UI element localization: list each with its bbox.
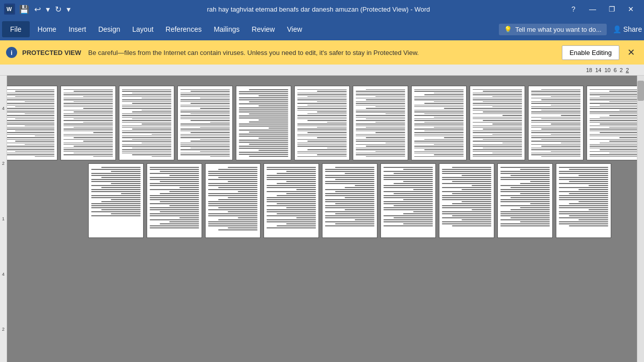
protected-view-message: Be careful—files from the Internet can c…	[88, 49, 557, 56]
page-19[interactable]	[497, 163, 553, 238]
share-button[interactable]: 👤 Share	[613, 25, 642, 33]
page-5[interactable]	[236, 86, 291, 160]
quick-access-toolbar: 💾 ↩ ▾ ↻ ▾	[17, 4, 73, 15]
undo-dropdown[interactable]: ▾	[44, 4, 52, 15]
restore-button[interactable]: ❐	[603, 0, 621, 18]
page-11[interactable]	[587, 86, 637, 160]
page-20[interactable]	[556, 163, 611, 238]
protected-view-bar: i PROTECTED VIEW Be careful—files from t…	[0, 40, 644, 65]
page-6[interactable]	[294, 86, 350, 160]
page-7[interactable]	[353, 86, 408, 160]
page-9[interactable]	[470, 86, 525, 160]
page-10[interactable]	[528, 86, 584, 160]
page-16[interactable]	[322, 163, 377, 238]
page-4[interactable]	[177, 86, 233, 160]
page-18[interactable]	[439, 163, 494, 238]
minimize-button[interactable]: —	[584, 0, 602, 18]
document-title: rah hay taghviat etemad benafs dar danes…	[73, 6, 564, 13]
left-ruler: 4 2 1 4 2	[0, 76, 7, 362]
close-protected-bar-button[interactable]: ✕	[624, 46, 638, 59]
ruler-bar: 18 14 10 6 2 2	[0, 65, 644, 76]
scrollbar-thumb[interactable]	[637, 81, 644, 101]
redo-button[interactable]: ↻	[53, 4, 63, 15]
menu-layout[interactable]: Layout	[126, 22, 160, 36]
protected-view-label: PROTECTED VIEW	[22, 49, 81, 56]
svg-text:W: W	[7, 6, 12, 12]
save-button[interactable]: 💾	[17, 4, 31, 15]
pages-row-2	[88, 163, 611, 238]
menu-bar: File Home Insert Design Layout Reference…	[0, 18, 644, 40]
pages-row-1	[7, 86, 637, 160]
main-area: 4 2 1 4 2	[0, 76, 644, 362]
menu-mailings[interactable]: Mailings	[208, 22, 245, 36]
page-1[interactable]	[7, 86, 57, 160]
search-placeholder: Tell me what you want to do...	[515, 26, 601, 33]
vertical-scrollbar[interactable]	[637, 76, 644, 362]
tell-me-search[interactable]: 💡 Tell me what you want to do...	[499, 24, 606, 35]
window-controls: ? — ❐ ✕	[564, 0, 640, 18]
share-icon: 👤	[613, 25, 621, 33]
menu-design[interactable]: Design	[92, 22, 126, 36]
page-13[interactable]	[147, 163, 202, 238]
menu-review[interactable]: Review	[246, 22, 281, 36]
title-bar: W 💾 ↩ ▾ ↻ ▾ rah hay taghviat etemad bena…	[0, 0, 644, 18]
page-3[interactable]	[119, 86, 174, 160]
menu-home[interactable]: Home	[32, 22, 62, 36]
page-8[interactable]	[411, 86, 467, 160]
customize-quick-access[interactable]: ▾	[65, 4, 73, 15]
enable-editing-button[interactable]: Enable Editing	[562, 45, 619, 60]
menu-insert[interactable]: Insert	[62, 22, 92, 36]
title-bar-left: W 💾 ↩ ▾ ↻ ▾	[4, 4, 73, 15]
close-button[interactable]: ✕	[622, 0, 640, 18]
ruler-numbers: 18 14 10 6 2 2	[586, 67, 629, 73]
page-2[interactable]	[60, 86, 116, 160]
share-label: Share	[623, 25, 642, 33]
search-icon: 💡	[504, 26, 512, 33]
page-12[interactable]	[88, 163, 144, 238]
menu-file[interactable]: File	[2, 21, 30, 37]
page-14[interactable]	[205, 163, 261, 238]
help-button[interactable]: ?	[564, 0, 583, 18]
menu-references[interactable]: References	[160, 22, 208, 36]
undo-button[interactable]: ↩	[32, 4, 43, 15]
page-15[interactable]	[264, 163, 319, 238]
page-17[interactable]	[380, 163, 436, 238]
word-icon: W	[4, 4, 15, 15]
menu-view[interactable]: View	[281, 22, 308, 36]
protected-view-icon: i	[6, 47, 17, 58]
document-pages	[7, 76, 637, 362]
